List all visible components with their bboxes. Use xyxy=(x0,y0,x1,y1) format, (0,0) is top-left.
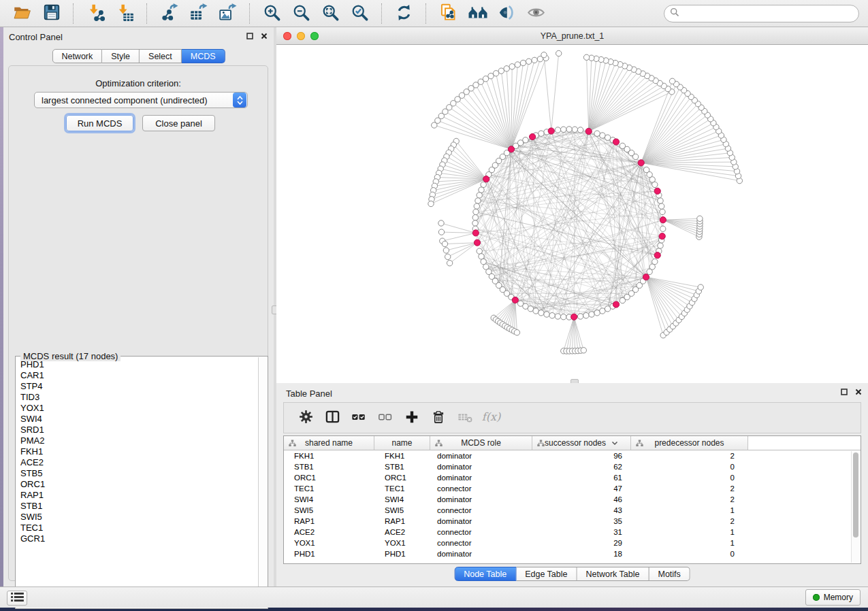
tab-network[interactable]: Network xyxy=(52,49,102,63)
table-row[interactable]: PHD1PHD1dominator180 xyxy=(284,548,861,559)
export-table-button[interactable] xyxy=(184,2,213,25)
tab-mcds[interactable]: MCDS xyxy=(182,49,225,63)
toolbar-group xyxy=(382,1,426,26)
cell-MCDS-role: dominator xyxy=(430,452,532,460)
mcds-result-item[interactable]: PMA2 xyxy=(16,435,258,446)
sort-descending-icon xyxy=(611,441,618,446)
deselect-all-icon xyxy=(377,410,393,427)
column-header-name[interactable]: name xyxy=(374,436,430,450)
table-row[interactable]: SWI4SWI4dominator462 xyxy=(284,494,861,505)
mcds-result-item[interactable]: SRD1 xyxy=(16,425,258,435)
cell-shared-name: SWI4 xyxy=(284,495,374,503)
cell-MCDS-role: dominator xyxy=(430,474,532,482)
mcds-result-item[interactable]: PHD1 xyxy=(16,359,258,370)
zoom-fit-button[interactable] xyxy=(316,2,345,25)
import-table-button[interactable] xyxy=(110,2,140,25)
export-network-icon xyxy=(160,3,178,24)
cell-shared-name: YOX1 xyxy=(284,539,374,547)
attribute-type-icon xyxy=(435,440,443,449)
refresh-layout-button[interactable] xyxy=(389,2,419,25)
table-scrollbar-thumb[interactable] xyxy=(853,452,858,538)
mcds-result-item[interactable]: SWI4 xyxy=(16,414,258,425)
settings-gear-button[interactable] xyxy=(295,406,317,430)
table-tab-edge-table[interactable]: Edge Table xyxy=(516,567,577,581)
mcds-result-item[interactable]: ORC1 xyxy=(16,479,258,490)
tab-select[interactable]: Select xyxy=(140,49,182,63)
task-history-button[interactable] xyxy=(7,591,27,606)
mcds-panel: Optimization criterion: largest connecte… xyxy=(8,65,268,581)
function-builder-icon: f(x) xyxy=(481,409,502,427)
search-input[interactable] xyxy=(684,9,853,19)
mcds-result-item[interactable]: RAP1 xyxy=(16,490,258,501)
export-image-button[interactable] xyxy=(213,2,242,25)
zoom-out-button[interactable] xyxy=(287,2,316,25)
cell-MCDS-role: connector xyxy=(430,484,532,493)
close-panel-button[interactable] xyxy=(260,32,268,40)
show-columns-button[interactable] xyxy=(321,406,343,430)
run-mcds-button[interactable]: Run MCDS xyxy=(66,115,133,131)
mcds-result-item[interactable]: STB1 xyxy=(16,501,258,512)
save-session-button[interactable] xyxy=(37,2,66,25)
table-row[interactable]: ACE2ACE2connector311 xyxy=(284,527,861,538)
delete-button[interactable] xyxy=(428,406,449,430)
export-network-button[interactable] xyxy=(155,2,184,25)
import-network-button[interactable] xyxy=(81,2,110,25)
mcds-result-item[interactable]: ACE2 xyxy=(16,457,258,468)
table-row[interactable]: TEC1TEC1connector472 xyxy=(284,483,861,494)
table-row[interactable]: SWI5SWI5connector431 xyxy=(284,505,861,516)
table-tab-motifs[interactable]: Motifs xyxy=(649,567,690,581)
mcds-result-item[interactable]: GCR1 xyxy=(16,533,258,544)
cell-predecessor-nodes: 1 xyxy=(631,506,748,514)
table-row[interactable]: STB1STB1dominator620 xyxy=(284,461,861,472)
cell-shared-name: ACE2 xyxy=(284,528,374,536)
mcds-result-item[interactable]: FKH1 xyxy=(16,446,258,457)
show-all-button[interactable] xyxy=(521,2,551,25)
control-panel: Control Panel NetworkStyleSelectMCDS Opt… xyxy=(3,27,274,587)
mcds-result-item[interactable]: SWI5 xyxy=(16,512,258,523)
import-table-icon xyxy=(116,3,134,24)
new-network-from-selection-button[interactable] xyxy=(434,2,463,25)
double-home-button[interactable] xyxy=(463,2,492,25)
table-row[interactable]: RAP1RAP1dominator352 xyxy=(284,516,861,527)
table-tab-network-table[interactable]: Network Table xyxy=(577,567,649,581)
open-session-button[interactable] xyxy=(7,2,37,25)
column-label: predecessor nodes xyxy=(654,438,724,448)
memory-button[interactable]: Memory xyxy=(805,589,861,606)
hide-selected-button[interactable] xyxy=(492,2,521,25)
column-header-shared-name[interactable]: shared name xyxy=(284,436,374,450)
close-table-panel-button[interactable] xyxy=(854,388,863,396)
table-row[interactable]: FKH1FKH1dominator962 xyxy=(284,450,861,461)
mcds-result-item[interactable]: STP4 xyxy=(16,381,258,392)
mcds-result-item[interactable]: TID3 xyxy=(16,392,258,403)
zoom-selected-button[interactable] xyxy=(345,2,374,25)
cell-shared-name: PHD1 xyxy=(284,550,374,558)
cell-MCDS-role: dominator xyxy=(430,463,532,471)
settings-gear-icon xyxy=(298,409,314,427)
table-row[interactable]: YOX1YOX1connector291 xyxy=(284,538,861,548)
column-header-successor-nodes[interactable]: successor nodes xyxy=(532,436,631,450)
column-header-predecessor-nodes[interactable]: predecessor nodes xyxy=(631,436,748,450)
network-window-titlebar: YPA_prune.txt_1 xyxy=(276,27,868,45)
cell-name: FKH1 xyxy=(374,452,430,460)
zoom-in-button[interactable] xyxy=(257,2,287,25)
column-header-MCDS-role[interactable]: MCDS role xyxy=(430,436,532,450)
mcds-result-item[interactable]: TEC1 xyxy=(16,523,258,533)
mcds-result-item[interactable]: CAR1 xyxy=(16,370,258,381)
table-row[interactable]: ORC1ORC1dominator610 xyxy=(284,472,861,483)
mcds-result-item[interactable]: STB5 xyxy=(16,468,258,479)
select-all-button[interactable] xyxy=(348,406,370,430)
optimization-criterion-select[interactable]: largest connected component (undirected) xyxy=(34,92,248,108)
result-scrollbar[interactable] xyxy=(258,357,267,608)
mcds-result-item[interactable]: YOX1 xyxy=(16,403,258,414)
toolbar-group xyxy=(74,1,147,26)
network-canvas[interactable] xyxy=(276,45,868,383)
float-table-panel-button[interactable] xyxy=(840,388,848,396)
cell-MCDS-role: dominator xyxy=(430,495,532,503)
cell-successor-nodes: 47 xyxy=(532,484,631,493)
add-button[interactable] xyxy=(401,406,423,430)
close-panel-button-mcds[interactable]: Close panel xyxy=(142,115,215,131)
float-panel-button[interactable] xyxy=(246,32,254,40)
deselect-all-button[interactable] xyxy=(374,406,396,430)
tab-style[interactable]: Style xyxy=(102,49,140,63)
table-tab-node-table[interactable]: Node Table xyxy=(454,567,516,581)
